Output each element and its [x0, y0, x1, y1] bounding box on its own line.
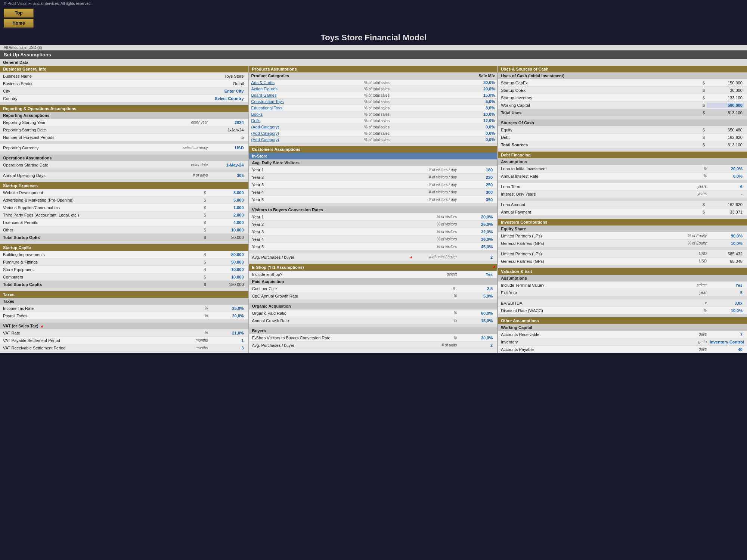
list-item: Year 3 % of visitors 32,0%	[249, 228, 498, 236]
avg-daily-visitors-label: Avg. Daily Store Visitors	[249, 159, 498, 166]
limited-partners-pct-row: Limited Partners (LPs) % of Equity 90,0%	[498, 232, 747, 240]
paid-acquisition-label: Paid Acquisition	[249, 278, 498, 285]
buyers-label: Buyers	[249, 327, 498, 334]
table-row: Board Games % of total sales 15,0%	[249, 92, 498, 99]
organic-ratio-row: Organic:Paid Ratio % 60,0%	[249, 309, 498, 317]
business-sector-row: Business Sector Retail	[0, 80, 248, 87]
list-item: Year 4 # of visitors / day 300	[249, 189, 498, 196]
uses-of-cash-label: Uses of Cash (Initial Investment)	[498, 72, 747, 79]
vat-payable-row: VAT Payable Settlement Period months 1	[0, 337, 248, 344]
list-item: Year 1 % of visitors 20,0%	[249, 213, 498, 221]
startup-capex-header: Startup CapEx	[0, 244, 248, 251]
loan-to-inv-row: Loan to Initial Investment % 20,0%	[498, 165, 747, 172]
vat-receivable-row: VAT Receivable Settlement Period months …	[0, 344, 248, 352]
interest-rate-row: Annual Interest Rate % 6,0%	[498, 172, 747, 180]
in-store-header: In-Store	[249, 153, 498, 159]
eshop-header: E-Shop (Yr1 Assumptions)	[249, 264, 498, 271]
list-item: Year 5 # of visitors / day 350	[249, 196, 498, 203]
income-tax-row: Income Tax Rate % 25,0%	[0, 305, 248, 312]
avg-purchases-row: Avg. Purchases / buyer # of units / buye…	[249, 253, 498, 261]
page-title: Toys Store Financial Model	[320, 33, 426, 42]
list-item: Various Supplies/Consumables $ 1.000	[0, 204, 248, 211]
table-row: Arts & Crafts % of total sales 30,0%	[249, 80, 498, 86]
reporting-assumptions-label: Reporting Assumptions	[0, 112, 248, 119]
reporting-ops-header: Reporting & Operations Assumptions	[0, 105, 248, 112]
annual-payment-row: Annual Payment $ 33.071	[498, 208, 747, 216]
ap-row: Accounts Payable days 40	[498, 346, 747, 353]
uses-sources-header: Uses & Sources of Cash	[498, 66, 747, 72]
list-item: Website Development $ 8.000	[0, 189, 248, 196]
ops-start-date-row: Operations Starting Date enter date 1-Ma…	[0, 161, 248, 169]
business-name-row: Business Name Toys Store	[0, 72, 248, 80]
top-bar: © Profit Vision Financial Services. All …	[0, 0, 747, 50]
startup-opex-row: Startup OpEx $ 30.000	[498, 87, 747, 94]
table-row: Books % of total sales 10,0%	[249, 111, 498, 118]
limited-partners-usd-row: Limited Partners (LPs) USD 585.432	[498, 250, 747, 258]
total-startup-capex-row: Total Startup CapEx $ 150.000	[0, 281, 248, 288]
payroll-tax-row: Payroll Taxes % 20,0%	[0, 312, 248, 320]
equity-share-label: Equity Share	[498, 225, 747, 232]
list-item: Licences & Permits $ 4.000	[0, 219, 248, 226]
ev-ebitda-row: EV/EBITDA x 3,0x	[498, 299, 747, 307]
working-capital-row: Working Capital $ 500.000	[498, 102, 747, 109]
investors-header: Investors Contributions	[498, 219, 747, 225]
equity-row: Equity $ 650.480	[498, 126, 747, 134]
general-partners-pct-row: General Partners (GPs) % of Equity 10,0%	[498, 240, 747, 247]
list-item: Store Equipment $ 10.000	[0, 266, 248, 273]
list-item: Other $ 10.000	[0, 226, 248, 234]
loan-term-row: Loan Term years 6	[498, 183, 747, 190]
general-partners-usd-row: General Partners (GPs) USD 65.048	[498, 258, 747, 265]
table-row: Dolls % of total sales 12,0%	[249, 118, 498, 124]
taxes-header: Taxes	[0, 291, 248, 298]
list-item: Year 5 % of visitors 45,0%	[249, 243, 498, 251]
business-general-info-header: Business General Info	[0, 66, 248, 72]
debt-row: Debt $ 162.620	[498, 134, 747, 141]
list-item: Year 2 # of visitors / day 220	[249, 174, 498, 181]
loan-amount-row: Loan Amount $ 162.620	[498, 201, 747, 208]
table-row: (Add Category) % of total sales 0,0%	[249, 130, 498, 137]
reporting-starting-year-row: Reporting Starting Year enter year 2024	[0, 119, 248, 126]
debt-assumptions-label: Assumptions	[498, 158, 747, 165]
annual-days-row: Annual Operating Days # of days 305	[0, 172, 248, 179]
eshop-conversion-row: E-Shop Visitors to Buyers Conversion Rat…	[249, 334, 498, 342]
currency-row: Reporting Currency select currency USD	[0, 144, 248, 152]
list-item: Year 3 # of visitors / day 250	[249, 181, 498, 189]
include-eshop-row: Include E-Shop? select Yes	[249, 271, 498, 278]
taxes-label: Taxes	[0, 298, 248, 305]
cpc-growth-row: CpC Annual Growth Rate % 5,0%	[249, 292, 498, 300]
organic-acquisition-label: Organic Acquisition	[249, 303, 498, 309]
city-row: City Enter City	[0, 87, 248, 95]
ar-row: Accounts Receivable days 7	[498, 331, 747, 338]
inventory-control-link[interactable]: Inventory Control	[710, 340, 744, 344]
vat-indicator	[40, 325, 43, 327]
list-item: Year 1 # of visitors / day 180	[249, 166, 498, 174]
sources-of-cash-label: Sources Of Cash	[498, 119, 747, 126]
eshop-indicator	[493, 265, 495, 268]
products-table: Product Categories Sale Mix Arts & Craft…	[249, 72, 498, 143]
copyright-text: © Profit Vision Financial Services. All …	[4, 1, 92, 6]
eshop-avg-purchases-row: Avg. Purchases / buyer # of units 2	[249, 342, 498, 349]
main-section-header: Set Up Assumptions	[4, 52, 51, 57]
interest-only-row: Interest Only Years years -	[498, 190, 747, 198]
organic-growth-row: Annual Growth Rate % 15,0%	[249, 317, 498, 324]
currency-note: All Amounts in USD ($)	[4, 46, 42, 50]
total-uses-row: Total Uses $ 813.100	[498, 109, 747, 116]
vat-rate-row: VAT Rate % 21,0%	[0, 329, 248, 337]
list-item: Third Party Fees (Accountant, Legal, etc…	[0, 211, 248, 219]
top-button[interactable]: Top	[4, 9, 34, 18]
val-assumptions-label: Assumptions	[498, 275, 747, 281]
valuation-header: Valuation & Exit	[498, 268, 747, 275]
startup-inv-row: Startup Inventory $ 133.100	[498, 94, 747, 102]
list-item: Year 4 % of visitors 36,0%	[249, 236, 498, 243]
product-unit-header	[362, 72, 441, 80]
avg-daily-list: Year 1 # of visitors / day 180 Year 2 # …	[249, 166, 498, 203]
conversion-list: Year 1 % of visitors 20,0% Year 2 % of v…	[249, 213, 498, 251]
exit-year-row: Exit Year year 5	[498, 289, 747, 296]
home-button[interactable]: Home	[4, 19, 34, 28]
list-item: Advertising & Marketing (Pre-Opening) $ …	[0, 196, 248, 204]
list-item: Computers $ 10.000	[0, 273, 248, 281]
country-row: Country Select Country	[0, 95, 248, 102]
working-capital-label: Working Capital	[498, 324, 747, 331]
startup-capex-row: Startup CapEx $ 150.000	[498, 79, 747, 87]
list-item: Furniture & Fittings $ 50.000	[0, 258, 248, 266]
